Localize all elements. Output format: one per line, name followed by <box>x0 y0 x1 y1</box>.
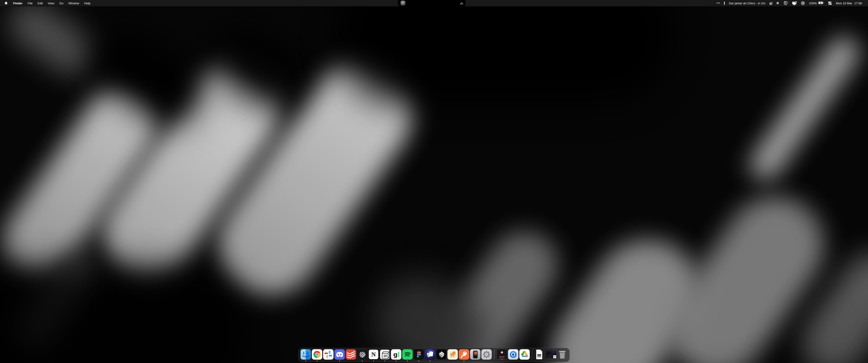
raycast-icon: raycast <box>497 349 507 360</box>
spotify-icon <box>402 349 413 360</box>
postico-elephant-icon <box>447 349 458 360</box>
trash-icon <box>557 349 567 360</box>
minimized-window-thumbnail: 10 <box>546 351 556 358</box>
todoist-icon <box>346 349 356 360</box>
dock-divider <box>494 350 495 359</box>
dock-icon-todoist[interactable] <box>346 349 356 360</box>
raycast-logo <box>500 351 503 354</box>
menu-help[interactable]: Help <box>82 0 93 6</box>
calendar-event-status[interactable]: Dar jantar do Chico · in 2m <box>727 0 767 6</box>
notion-calendar-icon: 10 <box>380 349 390 360</box>
running-indicator <box>464 361 465 361</box>
granola-letter: g <box>393 352 398 358</box>
dock-icon-trash[interactable] <box>557 349 567 360</box>
running-indicator <box>407 361 408 361</box>
flower-menubar-icon[interactable]: ❋ <box>774 0 781 6</box>
dock-icon-chrome[interactable] <box>312 349 322 360</box>
menubar-clock[interactable]: Mon 10 Mar 17:58 <box>834 0 864 6</box>
running-indicator <box>418 361 419 361</box>
dock-icon-raycast[interactable]: raycast <box>497 349 507 360</box>
notion-icon: N <box>368 349 379 360</box>
menu-go[interactable]: Go <box>57 0 66 6</box>
chrome-icon <box>312 349 322 360</box>
running-indicator <box>339 361 340 361</box>
display-menubar-icon[interactable] <box>790 0 799 6</box>
pick-shape-menubar-icon[interactable] <box>781 0 790 6</box>
dock-icon-figma[interactable] <box>414 349 424 360</box>
app-menu-finder[interactable]: Finder <box>10 0 25 6</box>
discord-icon <box>335 349 345 360</box>
system-settings-gear-icon <box>482 349 492 360</box>
menubar-time: 17:58 <box>854 2 862 5</box>
linear-icon <box>357 349 368 360</box>
dock-icon-black-cube-app[interactable] <box>436 349 447 360</box>
notion-calendar-day: 10 <box>382 353 388 358</box>
running-indicator <box>317 361 318 361</box>
menu-view[interactable]: View <box>45 0 57 6</box>
menubar-date: Mon 10 Mar <box>836 2 852 5</box>
granola-icon: g <box>391 349 401 360</box>
running-indicator <box>373 361 374 361</box>
battery-status[interactable]: 100% <box>807 0 826 6</box>
dock-item-minimized-window[interactable]: 10 <box>546 349 556 360</box>
granola-menubar-icon[interactable]: g <box>767 0 774 6</box>
dock-icon-postico[interactable] <box>447 349 458 360</box>
raycast-label: raycast <box>497 356 507 358</box>
control-center-icon[interactable] <box>826 0 834 6</box>
dock-icon-1password[interactable] <box>508 349 518 360</box>
dock-icon-granola[interactable]: g <box>391 349 401 360</box>
blue-cards-app-icon <box>425 349 435 360</box>
dock-icon-google-drive[interactable] <box>519 349 530 360</box>
running-indicator <box>430 361 431 361</box>
menu-window[interactable]: Window <box>66 0 82 6</box>
battery-percent: 100% <box>809 2 817 5</box>
hidden-items-ellipsis-icon[interactable]: ••• <box>715 0 722 6</box>
dock-icon-discord[interactable] <box>335 349 345 360</box>
running-indicator <box>362 361 363 361</box>
dock-item-document-file[interactable] <box>535 349 545 360</box>
figma-icon <box>414 349 424 360</box>
menu-bar-left: Finder File Edit View Go Window Help <box>0 0 93 6</box>
onepassword-icon <box>508 349 518 360</box>
dock-icon-blue-cards-app[interactable] <box>425 349 435 360</box>
running-indicator <box>305 361 306 361</box>
menu-edit[interactable]: Edit <box>35 0 45 6</box>
dock-icon-slack[interactable] <box>323 349 334 360</box>
dock-divider <box>532 350 532 359</box>
apple-menu[interactable] <box>4 0 10 6</box>
dock: N 10 g <box>298 348 570 362</box>
dock-icon-linear[interactable] <box>357 349 368 360</box>
slack-icon <box>323 349 334 360</box>
black-cube-app-icon <box>436 349 447 360</box>
album-art-thumbnail[interactable] <box>401 1 405 6</box>
postman-icon <box>459 349 469 360</box>
dock-icon-system-settings[interactable] <box>482 349 492 360</box>
dock-icon-finder[interactable] <box>301 349 311 360</box>
status-separator <box>722 0 727 6</box>
onepassword-menubar-icon[interactable] <box>799 0 807 6</box>
running-indicator <box>384 361 385 361</box>
desktop-wallpaper <box>0 0 868 363</box>
finder-icon <box>301 349 311 360</box>
notion-calendar-badge: 10 <box>553 355 557 359</box>
running-indicator <box>396 361 397 361</box>
apple-logo-icon <box>4 1 8 5</box>
macos-desktop: Finder File Edit View Go Window Help •••… <box>0 0 868 363</box>
notch-media-widget[interactable] <box>398 0 466 6</box>
dock-icon-postman[interactable] <box>459 349 469 360</box>
simulator-icon <box>470 349 480 360</box>
document-file-icon <box>535 349 545 360</box>
dock-icon-spotify[interactable] <box>402 349 413 360</box>
menu-file[interactable]: File <box>25 0 35 6</box>
status-bar: ••• Dar jantar do Chico · in 2m g ❋ 100% <box>715 0 868 6</box>
dock-icon-notion[interactable]: N <box>368 349 379 360</box>
google-drive-icon <box>519 349 530 360</box>
audio-equalizer-icon <box>460 2 463 4</box>
granola-cursor <box>398 352 399 357</box>
notion-letter: N <box>371 352 376 358</box>
dock-icon-notion-calendar[interactable]: 10 <box>380 349 390 360</box>
battery-charging-icon <box>818 1 824 5</box>
dock-icon-ios-simulator[interactable] <box>470 349 480 360</box>
